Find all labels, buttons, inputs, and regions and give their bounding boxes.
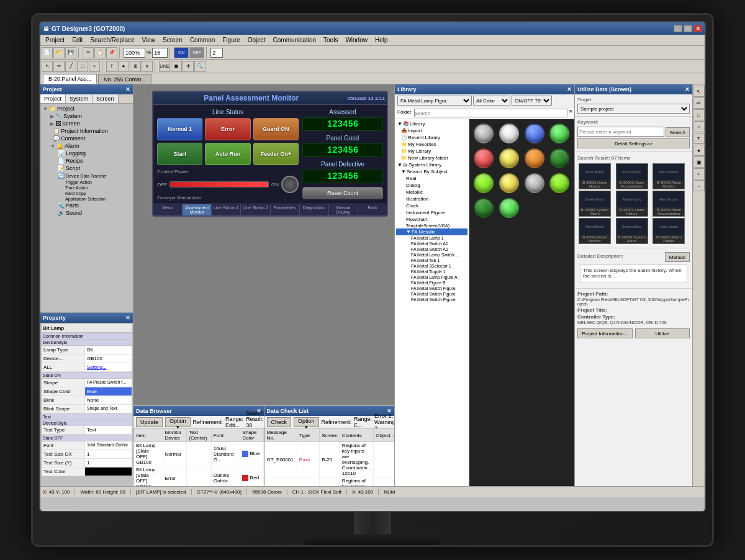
db-row-1[interactable]: Bit Lamp [State OFF] GB101 Error Outline… xyxy=(134,466,264,487)
tool-line[interactable]: ╱ xyxy=(65,61,76,72)
page-input[interactable] xyxy=(210,48,223,58)
lib-dropdown1[interactable]: FA Metal Lamp Figur... xyxy=(397,96,472,106)
util-thumb-6[interactable]: Alarm Monitor B-30003 Alarm Monitor xyxy=(579,218,611,244)
tool-move[interactable]: ✛ xyxy=(183,61,194,72)
db-option-btn[interactable]: Option ▾ xyxy=(165,417,191,427)
lib-tree-fa-lamp-fig-a[interactable]: FA Metal Lamp Figure A xyxy=(396,274,467,280)
lib-tree-library[interactable]: ▼📚Library xyxy=(396,120,467,127)
tool-zoom[interactable]: 🔍 xyxy=(194,61,205,72)
lib-close[interactable]: ✕ xyxy=(567,86,572,93)
lib-dropdown3[interactable]: ON/OFF 75% xyxy=(512,96,552,106)
lib-tree-fa-tab1[interactable]: FA Metal Tab 1 xyxy=(396,258,467,263)
util-thumb-8[interactable]: Alarm Details W-30001 Alarm Details xyxy=(652,218,685,244)
zoom-input[interactable] xyxy=(124,48,145,58)
util-proj-info-btn[interactable]: Project Information... xyxy=(577,328,633,338)
lib-tree-metallic[interactable]: Metallic xyxy=(396,189,467,196)
cut-btn[interactable]: ✂ xyxy=(83,47,94,58)
util-keyword-input[interactable] xyxy=(577,127,664,137)
lib-icon-cell-12[interactable] xyxy=(548,171,571,195)
tree-item-alarm[interactable]: ▼🔔Alarm xyxy=(42,142,132,150)
tree-item-project[interactable]: ▼📁Project xyxy=(42,105,132,112)
util-detail-btn[interactable]: Detail Settings>> xyxy=(577,138,690,148)
menu-edit[interactable]: Edit xyxy=(70,36,85,44)
tree-item-sound[interactable]: 🔊Sound xyxy=(42,209,132,217)
menu-common[interactable]: Common xyxy=(187,36,218,44)
lib-icon-cell-5[interactable] xyxy=(472,147,495,170)
tab-screen[interactable]: Screen xyxy=(93,94,119,103)
lib-tree-instrument[interactable]: Instrument Figure xyxy=(396,209,467,216)
tree-item-hardcopy[interactable]: Hard Copy xyxy=(42,191,132,196)
lib-tree-real[interactable]: Real xyxy=(396,175,467,182)
pm-slider[interactable] xyxy=(169,181,269,187)
dc-option-btn[interactable]: Option ▾ xyxy=(294,417,319,427)
lib-tree-mylibrary[interactable]: 📁My Library xyxy=(396,148,467,155)
util-thumb-4[interactable]: Alarm History B-30001 Alarm History xyxy=(616,191,648,217)
menu-communication[interactable]: Communication xyxy=(271,36,318,44)
tree-item-comment[interactable]: ·💬Comment xyxy=(42,135,132,142)
maximize-button[interactable]: □ xyxy=(684,25,692,32)
menu-figure[interactable]: Figure xyxy=(220,36,242,44)
lib-close-btn[interactable]: ✕ xyxy=(569,109,573,117)
lib-icon-cell-14[interactable] xyxy=(497,196,521,220)
pm-btn-guard[interactable]: Guard ON xyxy=(253,118,299,140)
lib-icon-cell-6[interactable] xyxy=(497,147,521,170)
menu-object[interactable]: Object xyxy=(245,36,268,44)
menu-help[interactable]: Help xyxy=(372,36,391,44)
tab-system[interactable]: System xyxy=(66,94,93,103)
menu-window[interactable]: Window xyxy=(343,36,370,44)
project-close[interactable]: ✕ xyxy=(125,86,130,93)
lib-tree-fa-3sel[interactable]: FA Metal 3Selector 1 xyxy=(396,263,467,269)
tree-item-screen[interactable]: ▶🖼Screen xyxy=(42,120,132,127)
lib-tree-fa-metallic[interactable]: ▼FA Metallic xyxy=(396,228,467,235)
canvas-tab-comm[interactable]: No. 255 Comm... xyxy=(98,74,151,84)
tool-select[interactable]: ↖ xyxy=(42,61,53,72)
lib-icon-cell-2[interactable] xyxy=(497,122,521,145)
lib-icon-cell-8[interactable] xyxy=(548,147,571,170)
tree-item-ddt[interactable]: 🔄Device Data Transfer xyxy=(42,172,132,179)
pm-tab-linestatus1[interactable]: Line Status 1 xyxy=(212,204,241,215)
menu-search[interactable]: Search/Replace xyxy=(88,36,137,44)
lib-icon-cell-11[interactable] xyxy=(523,171,546,195)
pm-tab-menu[interactable]: Menu xyxy=(153,204,183,215)
prop-setting-btn[interactable]: Setting... xyxy=(85,363,132,371)
rt-btn-rect[interactable]: □ xyxy=(693,109,705,120)
lib-tree-dialog[interactable]: Dialog xyxy=(396,182,467,189)
util-target-select[interactable]: Sample project xyxy=(577,104,690,114)
tool-ellipse[interactable]: ○ xyxy=(89,61,100,72)
lib-tree-clock[interactable]: Clock xyxy=(396,202,467,209)
minimize-button[interactable]: _ xyxy=(674,25,682,32)
tab-project[interactable]: Project xyxy=(40,94,66,103)
db-update-btn[interactable]: Update xyxy=(136,417,163,427)
lib-tree-fa-switch-fig1[interactable]: FA Metal Switch Figure xyxy=(396,286,467,291)
lib-tree-fa-lamp1[interactable]: FA Metal Lamp 1 xyxy=(396,235,467,241)
lib-icon-cell-4[interactable] xyxy=(548,122,571,145)
lib-icon-cell-1[interactable] xyxy=(472,122,495,145)
lib-tree-favorites[interactable]: ⭐My Favorites xyxy=(396,141,467,148)
lib-icon-cell-13[interactable] xyxy=(472,196,495,220)
tool-num[interactable]: # xyxy=(142,61,153,72)
dc-row-1[interactable]: GT_E00001 Error B-20 Regions of key inpu… xyxy=(264,477,394,487)
open-btn[interactable]: 📂 xyxy=(53,47,65,58)
lib-tree-newfolder[interactable]: 📁New Library folder xyxy=(396,155,467,161)
pm-tab-diag[interactable]: Diagnostics xyxy=(300,204,329,215)
util-close[interactable]: ✕ xyxy=(685,86,690,93)
util-manual-btn[interactable]: Manual xyxy=(665,252,690,262)
lib-tree-import[interactable]: 📥Import xyxy=(396,127,467,134)
util-utilize-btn[interactable]: Utilize xyxy=(635,328,690,338)
lib-tree-system[interactable]: ▼🗂System Library xyxy=(396,161,467,168)
tree-item-recipe[interactable]: 📄Recipe xyxy=(42,157,132,165)
copy-btn[interactable]: 📋 xyxy=(94,47,106,58)
tree-item-trigger[interactable]: Trigger Action xyxy=(42,179,132,185)
lib-icon-cell-9[interactable] xyxy=(472,171,495,195)
tree-item-logging[interactable]: 📊Logging xyxy=(42,150,132,157)
util-thumb-5[interactable]: Alarm Accum. B-30002 Alarm Accumulation xyxy=(652,191,685,217)
lib-tree-search-subject[interactable]: ▼Search By Subject xyxy=(396,168,467,175)
lib-icon-cell-7[interactable] xyxy=(523,147,546,170)
rt-btn-text[interactable]: T xyxy=(693,133,705,144)
menu-tools[interactable]: Tools xyxy=(321,36,340,44)
lib-dropdown2[interactable]: All Color xyxy=(473,96,510,106)
save-btn[interactable]: 💾 xyxy=(65,47,76,58)
pm-tab-linestatus2[interactable]: Line Status 2 xyxy=(241,204,270,215)
rt-btn-fill[interactable]: ▣ xyxy=(693,156,705,168)
new-btn[interactable]: 📄 xyxy=(42,47,53,58)
